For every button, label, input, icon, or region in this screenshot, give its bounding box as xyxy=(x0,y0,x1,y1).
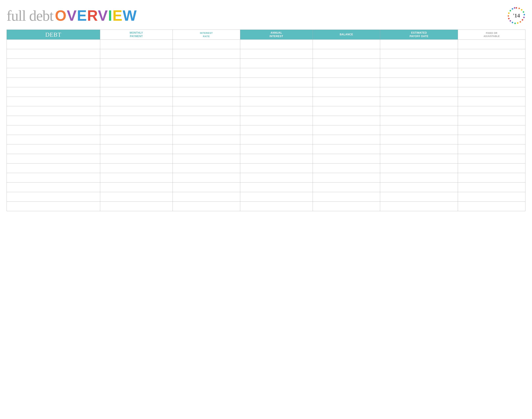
table-cell[interactable] xyxy=(313,78,380,87)
table-cell[interactable] xyxy=(100,163,173,173)
table-cell[interactable] xyxy=(173,154,240,163)
table-cell[interactable] xyxy=(240,106,313,116)
table-cell[interactable] xyxy=(173,59,240,68)
table-cell[interactable] xyxy=(100,125,173,135)
table-cell[interactable] xyxy=(7,154,100,163)
table-cell[interactable] xyxy=(380,183,458,192)
table-cell[interactable] xyxy=(313,202,380,211)
table-cell[interactable] xyxy=(7,125,100,135)
table-cell[interactable] xyxy=(173,183,240,192)
table-cell[interactable] xyxy=(313,192,380,202)
table-cell[interactable] xyxy=(380,106,458,116)
table-cell[interactable] xyxy=(7,39,100,49)
table-cell[interactable] xyxy=(380,49,458,59)
table-cell[interactable] xyxy=(458,163,525,173)
table-cell[interactable] xyxy=(100,202,173,211)
table-cell[interactable] xyxy=(313,154,380,163)
table-cell[interactable] xyxy=(100,68,173,78)
table-cell[interactable] xyxy=(380,154,458,163)
table-cell[interactable] xyxy=(173,49,240,59)
table-cell[interactable] xyxy=(458,144,525,154)
table-cell[interactable] xyxy=(240,154,313,163)
table-cell[interactable] xyxy=(100,173,173,183)
table-cell[interactable] xyxy=(313,163,380,173)
table-cell[interactable] xyxy=(313,106,380,116)
table-cell[interactable] xyxy=(380,163,458,173)
table-cell[interactable] xyxy=(7,163,100,173)
table-cell[interactable] xyxy=(240,87,313,97)
table-cell[interactable] xyxy=(7,78,100,87)
table-cell[interactable] xyxy=(313,144,380,154)
table-cell[interactable] xyxy=(100,39,173,49)
table-cell[interactable] xyxy=(100,49,173,59)
table-cell[interactable] xyxy=(380,144,458,154)
table-cell[interactable] xyxy=(100,106,173,116)
table-cell[interactable] xyxy=(7,202,100,211)
table-cell[interactable] xyxy=(313,183,380,192)
table-cell[interactable] xyxy=(173,135,240,144)
table-cell[interactable] xyxy=(7,106,100,116)
table-cell[interactable] xyxy=(380,78,458,87)
table-cell[interactable] xyxy=(313,135,380,144)
table-cell[interactable] xyxy=(100,135,173,144)
table-cell[interactable] xyxy=(458,68,525,78)
table-cell[interactable] xyxy=(240,192,313,202)
table-cell[interactable] xyxy=(458,173,525,183)
table-cell[interactable] xyxy=(313,49,380,59)
table-cell[interactable] xyxy=(100,144,173,154)
table-cell[interactable] xyxy=(7,192,100,202)
table-cell[interactable] xyxy=(7,183,100,192)
table-cell[interactable] xyxy=(458,202,525,211)
table-cell[interactable] xyxy=(380,125,458,135)
table-cell[interactable] xyxy=(173,116,240,125)
table-cell[interactable] xyxy=(380,173,458,183)
table-cell[interactable] xyxy=(458,192,525,202)
table-cell[interactable] xyxy=(7,59,100,68)
table-cell[interactable] xyxy=(380,59,458,68)
table-cell[interactable] xyxy=(458,116,525,125)
table-cell[interactable] xyxy=(7,173,100,183)
table-cell[interactable] xyxy=(240,125,313,135)
table-cell[interactable] xyxy=(240,135,313,144)
table-cell[interactable] xyxy=(173,97,240,106)
table-cell[interactable] xyxy=(100,78,173,87)
table-cell[interactable] xyxy=(313,39,380,49)
table-cell[interactable] xyxy=(240,183,313,192)
table-cell[interactable] xyxy=(458,125,525,135)
table-cell[interactable] xyxy=(240,78,313,87)
table-cell[interactable] xyxy=(240,173,313,183)
table-cell[interactable] xyxy=(173,144,240,154)
table-cell[interactable] xyxy=(458,183,525,192)
table-cell[interactable] xyxy=(7,97,100,106)
table-cell[interactable] xyxy=(173,68,240,78)
table-cell[interactable] xyxy=(313,173,380,183)
table-cell[interactable] xyxy=(7,116,100,125)
table-cell[interactable] xyxy=(173,163,240,173)
table-cell[interactable] xyxy=(173,173,240,183)
table-cell[interactable] xyxy=(100,154,173,163)
table-cell[interactable] xyxy=(7,87,100,97)
table-cell[interactable] xyxy=(240,59,313,68)
table-cell[interactable] xyxy=(240,97,313,106)
table-cell[interactable] xyxy=(173,192,240,202)
table-cell[interactable] xyxy=(173,106,240,116)
table-cell[interactable] xyxy=(100,97,173,106)
table-cell[interactable] xyxy=(380,87,458,97)
table-cell[interactable] xyxy=(173,87,240,97)
table-cell[interactable] xyxy=(313,125,380,135)
table-cell[interactable] xyxy=(7,144,100,154)
table-cell[interactable] xyxy=(458,87,525,97)
table-cell[interactable] xyxy=(240,116,313,125)
table-cell[interactable] xyxy=(458,49,525,59)
table-cell[interactable] xyxy=(380,97,458,106)
table-cell[interactable] xyxy=(100,87,173,97)
table-cell[interactable] xyxy=(173,125,240,135)
table-cell[interactable] xyxy=(380,135,458,144)
table-cell[interactable] xyxy=(100,59,173,68)
table-cell[interactable] xyxy=(458,154,525,163)
table-cell[interactable] xyxy=(100,192,173,202)
table-cell[interactable] xyxy=(7,135,100,144)
table-cell[interactable] xyxy=(240,39,313,49)
table-cell[interactable] xyxy=(458,135,525,144)
table-cell[interactable] xyxy=(380,39,458,49)
